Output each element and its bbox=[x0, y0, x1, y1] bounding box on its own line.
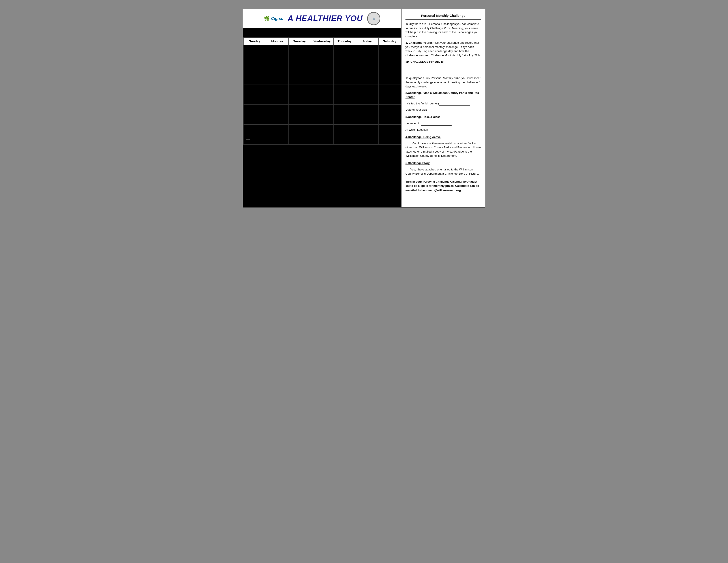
cal-cell bbox=[311, 125, 334, 145]
calendar-grid: Sunday Monday Tuesday Wednesday Thursday… bbox=[243, 37, 401, 145]
cal-cell bbox=[289, 125, 311, 145]
week-row-5: — bbox=[243, 125, 401, 145]
seal-icon: 🏛️ bbox=[367, 12, 380, 25]
week-row-1 bbox=[243, 45, 401, 65]
cal-cell bbox=[356, 105, 379, 125]
day-header-wednesday: Wednesday bbox=[311, 38, 334, 45]
challenge-2-section: 2.Challenge- Visit a Williamson County P… bbox=[405, 91, 481, 112]
dash-mark: — bbox=[246, 137, 250, 142]
challenge5-title: 5.Challenge Story bbox=[405, 161, 430, 165]
day-header-monday: Monday bbox=[266, 38, 289, 45]
cal-cell bbox=[334, 105, 356, 125]
cal-cell bbox=[379, 105, 401, 125]
cal-cell bbox=[334, 125, 356, 145]
cal-cell bbox=[266, 85, 289, 105]
cal-cell bbox=[311, 105, 334, 125]
day-header-tuesday: Tuesday bbox=[289, 38, 311, 45]
my-challenge-label: MY CHALLENGE For July is: bbox=[405, 60, 481, 64]
challenge1-text: 1. Challenge Yourself Set your challenge… bbox=[405, 41, 481, 57]
cal-cell bbox=[244, 85, 266, 105]
cal-cell-dash: — bbox=[244, 125, 266, 145]
cigna-logo: 🌿 Cigna. bbox=[264, 16, 283, 21]
challenge2-line1: I visited the (which center) bbox=[405, 102, 481, 106]
qualify-text: To qualify for a July Personal Monthly p… bbox=[405, 76, 481, 89]
challenge-intro: In July there are 5 Personal Challenges … bbox=[405, 22, 481, 39]
challenge-4-section: 4.Challenge- Being Active ____Yes, I hav… bbox=[405, 135, 481, 158]
day-header-friday: Friday bbox=[356, 38, 379, 45]
cal-cell bbox=[334, 65, 356, 85]
challenge-panel-title: Personal Monthly Challenge bbox=[405, 13, 481, 20]
cal-cell bbox=[266, 105, 289, 125]
page-wrapper: 🌿 Cigna. A HEALTHIER YOU 🏛️ Sunday Monda… bbox=[243, 9, 485, 207]
challenge3-title-text: 3.Challenge- Take a Class bbox=[405, 115, 481, 119]
cal-cell bbox=[379, 45, 401, 65]
cal-cell bbox=[289, 45, 311, 65]
cal-cell bbox=[266, 125, 289, 145]
challenge3-title: 3.Challenge- Take a Class bbox=[405, 115, 441, 118]
calendar-header-row: Sunday Monday Tuesday Wednesday Thursday… bbox=[243, 37, 401, 45]
fill-location-line bbox=[428, 132, 459, 132]
cal-cell bbox=[244, 45, 266, 65]
cal-cell bbox=[311, 45, 334, 65]
challenge4-title: 4.Challenge- Being Active bbox=[405, 135, 441, 139]
seal-label: 🏛️ bbox=[373, 17, 375, 20]
cal-cell bbox=[379, 85, 401, 105]
cal-cell bbox=[289, 65, 311, 85]
challenge4-body: ____Yes, I have a active membership at a… bbox=[405, 141, 481, 158]
cigna-tree-icon: 🌿 bbox=[264, 16, 270, 21]
challenge-5-section: 5.Challenge Story ___Yes, I have attache… bbox=[405, 161, 481, 176]
cal-cell bbox=[379, 65, 401, 85]
challenge3-line2: At which Location bbox=[405, 128, 481, 132]
challenge2-title: 2.Challenge- Visit a Williamson County P… bbox=[405, 91, 479, 99]
cigna-text: Cigna. bbox=[271, 16, 283, 21]
cal-cell bbox=[289, 105, 311, 125]
cal-cell bbox=[311, 65, 334, 85]
cal-cell bbox=[289, 85, 311, 105]
fill-line-1 bbox=[405, 66, 481, 69]
fill-date-line bbox=[427, 112, 458, 112]
cal-cell bbox=[334, 45, 356, 65]
challenge4-title-text: 4.Challenge- Being Active bbox=[405, 135, 481, 139]
challenge-panel: Personal Monthly Challenge In July there… bbox=[401, 9, 485, 207]
header-bar: 🌿 Cigna. A HEALTHIER YOU 🏛️ bbox=[243, 9, 401, 28]
week-row-4 bbox=[243, 105, 401, 125]
calendar-spacer bbox=[243, 28, 401, 37]
week-row-2 bbox=[243, 65, 401, 85]
day-header-sunday: Sunday bbox=[244, 38, 266, 45]
fill-enrolled-line bbox=[421, 125, 452, 126]
cal-cell bbox=[356, 45, 379, 65]
challenge3-line1: I enrolled in bbox=[405, 121, 481, 126]
challenge5-body: ___Yes, I have attached or emailed to th… bbox=[405, 167, 481, 176]
day-header-saturday: Saturday bbox=[379, 38, 401, 45]
cal-cell bbox=[244, 105, 266, 125]
cal-cell bbox=[356, 85, 379, 105]
challenge1-title: 1. Challenge Yourself bbox=[405, 41, 434, 44]
challenge2-line2: Date of your visit bbox=[405, 108, 481, 112]
challenge2-title-text: 2.Challenge- Visit a Williamson County P… bbox=[405, 91, 481, 99]
cal-cell bbox=[311, 85, 334, 105]
day-header-thursday: Thursday bbox=[334, 38, 356, 45]
calendar-panel: 🌿 Cigna. A HEALTHIER YOU 🏛️ Sunday Monda… bbox=[243, 9, 401, 207]
challenge-3-section: 3.Challenge- Take a Class I enrolled in … bbox=[405, 115, 481, 132]
cal-cell bbox=[334, 85, 356, 105]
challenge5-title-text: 5.Challenge Story bbox=[405, 161, 481, 165]
cal-cell bbox=[356, 125, 379, 145]
cal-cell bbox=[379, 125, 401, 145]
cal-cell bbox=[266, 65, 289, 85]
cal-cell bbox=[266, 45, 289, 65]
header-title: A HEALTHIER YOU bbox=[288, 14, 363, 23]
fill-line-2 bbox=[405, 70, 481, 73]
cal-cell bbox=[356, 65, 379, 85]
challenge-1-section: 1. Challenge Yourself Set your challenge… bbox=[405, 41, 481, 73]
week-row-3 bbox=[243, 85, 401, 105]
cta-text: Turn in your Personal Challenge Calendar… bbox=[405, 179, 481, 192]
calendar-body: — bbox=[243, 45, 401, 145]
cal-cell bbox=[244, 65, 266, 85]
